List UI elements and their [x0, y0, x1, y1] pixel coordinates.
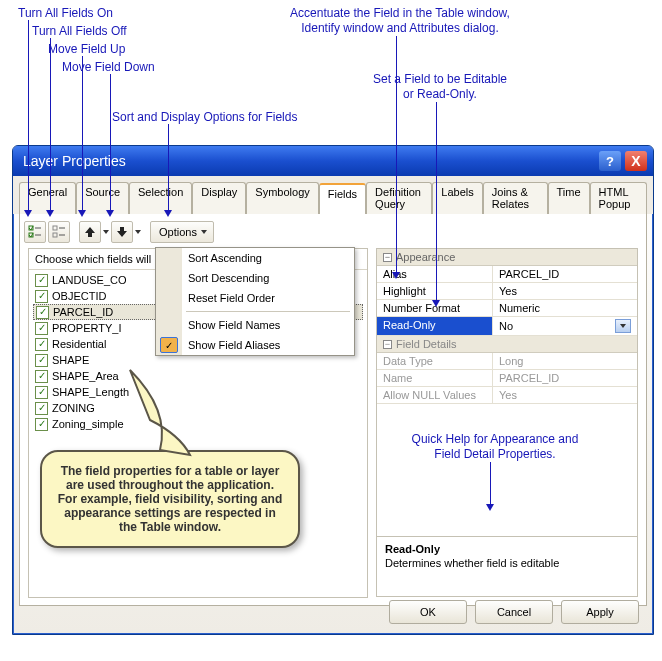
field-label: SHAPE_Length [52, 386, 129, 398]
field-properties-pane: −Appearance AliasPARCEL_ID HighlightYes … [376, 248, 638, 597]
tab-time[interactable]: Time [548, 182, 590, 214]
arrow-up-icon [84, 226, 96, 238]
move-down-split[interactable] [135, 230, 141, 234]
read-only-label: Read-Only [377, 317, 492, 335]
checkbox-icon[interactable]: ✓ [35, 322, 48, 335]
tab-selection[interactable]: Selection [129, 182, 192, 214]
checkbox-icon[interactable]: ✓ [35, 370, 48, 383]
tab-joins-relates[interactable]: Joins & Relates [483, 182, 548, 214]
options-menu: Sort Ascending Sort Descending Reset Fie… [155, 247, 355, 356]
appearance-group-header[interactable]: −Appearance [377, 249, 637, 266]
tab-general[interactable]: General [19, 182, 76, 214]
number-format-value[interactable]: Numeric [492, 300, 637, 316]
annotation-move-down: Move Field Down [62, 60, 155, 75]
move-up-button[interactable] [79, 221, 101, 243]
chevron-down-icon [201, 230, 207, 234]
options-label: Options [159, 226, 197, 238]
move-down-button[interactable] [111, 221, 133, 243]
move-up-split[interactable] [103, 230, 109, 234]
all-fields-off-button[interactable] [48, 221, 70, 243]
checkbox-icon[interactable]: ✓ [35, 402, 48, 415]
tab-definition-query[interactable]: Definition Query [366, 182, 432, 214]
field-label: PROPERTY_I [52, 322, 122, 334]
annotation-all-on: Turn All Fields On [18, 6, 113, 21]
field-label: SHAPE_Area [52, 370, 119, 382]
checkbox-icon[interactable]: ✓ [36, 306, 49, 319]
menu-show-field-names[interactable]: Show Field Names [156, 315, 354, 335]
allow-null-value: Yes [492, 387, 637, 403]
read-only-value[interactable]: No [492, 317, 637, 335]
titlebar: Layer Properties ? X [13, 146, 653, 176]
alias-value[interactable]: PARCEL_ID [492, 266, 637, 282]
help-button[interactable]: ? [599, 151, 621, 171]
annotation-set-editable: Set a Field to be Editable or Read-Only. [340, 72, 540, 102]
data-type-value: Long [492, 353, 637, 369]
help-body: Determines whether field is editable [385, 557, 629, 569]
options-button[interactable]: Options [150, 221, 214, 243]
checkbox-icon[interactable]: ✓ [35, 274, 48, 287]
number-format-label: Number Format [377, 300, 492, 316]
field-item[interactable]: ✓SHAPE_Area [33, 368, 363, 384]
quick-help-box: Read-Only Determines whether field is ed… [377, 536, 637, 596]
svg-rect-4 [53, 226, 57, 230]
menu-sort-ascending[interactable]: Sort Ascending [156, 248, 354, 268]
field-label: Residential [52, 338, 106, 350]
cancel-button[interactable]: Cancel [475, 600, 553, 624]
checkbox-icon[interactable]: ✓ [35, 386, 48, 399]
tab-row: General Source Selection Display Symbolo… [13, 176, 653, 214]
arrow-down-icon [116, 226, 128, 238]
tab-symbology[interactable]: Symbology [246, 182, 318, 214]
alias-label: Alias [377, 266, 492, 282]
field-label: OBJECTID [52, 290, 106, 302]
checkbox-icon[interactable]: ✓ [35, 354, 48, 367]
close-button[interactable]: X [625, 151, 647, 171]
allow-null-label: Allow NULL Values [377, 387, 492, 403]
dialog-title: Layer Properties [23, 153, 126, 169]
highlight-value[interactable]: Yes [492, 283, 637, 299]
dropdown-button[interactable] [615, 319, 631, 333]
field-label: Zoning_simple [52, 418, 124, 430]
checklist-off-icon [52, 225, 66, 239]
tab-labels[interactable]: Labels [432, 182, 482, 214]
field-label: LANDUSE_CO [52, 274, 127, 286]
annotation-move-up: Move Field Up [48, 42, 125, 57]
tab-source[interactable]: Source [76, 182, 129, 214]
dialog-buttons: OK Cancel Apply [389, 600, 639, 624]
field-label: PARCEL_ID [53, 306, 113, 318]
checkbox-icon[interactable]: ✓ [35, 338, 48, 351]
highlight-label: Highlight [377, 283, 492, 299]
menu-show-field-aliases[interactable]: ✓ Show Field Aliases [156, 335, 354, 355]
fields-toolbar: Options [24, 220, 214, 244]
apply-button[interactable]: Apply [561, 600, 639, 624]
checkbox-icon[interactable]: ✓ [35, 418, 48, 431]
tab-display[interactable]: Display [192, 182, 246, 214]
check-icon: ✓ [160, 337, 178, 353]
svg-rect-5 [53, 233, 57, 237]
tab-fields[interactable]: Fields [319, 183, 366, 215]
collapse-icon: − [383, 340, 392, 349]
field-label: SHAPE [52, 354, 89, 366]
ok-button[interactable]: OK [389, 600, 467, 624]
menu-sort-descending[interactable]: Sort Descending [156, 268, 354, 288]
all-fields-on-button[interactable] [24, 221, 46, 243]
help-title: Read-Only [385, 543, 629, 555]
checkbox-icon[interactable]: ✓ [35, 290, 48, 303]
layer-properties-dialog: Layer Properties ? X General Source Sele… [12, 145, 654, 635]
annotation-sort-opts: Sort and Display Options for Fields [112, 110, 297, 125]
name-label: Name [377, 370, 492, 386]
annotation-all-off: Turn All Fields Off [32, 24, 127, 39]
name-value: PARCEL_ID [492, 370, 637, 386]
collapse-icon: − [383, 253, 392, 262]
field-details-group-header[interactable]: −Field Details [377, 336, 637, 353]
checklist-on-icon [28, 225, 42, 239]
tab-html-popup[interactable]: HTML Popup [590, 182, 647, 214]
data-type-label: Data Type [377, 353, 492, 369]
field-label: ZONING [52, 402, 95, 414]
menu-reset-order[interactable]: Reset Field Order [156, 288, 354, 308]
field-item[interactable]: ✓SHAPE_Length [33, 384, 363, 400]
chevron-down-icon [620, 324, 626, 328]
menu-show-aliases-label: Show Field Aliases [188, 339, 280, 351]
annotation-accentuate: Accentuate the Field in the Table window… [270, 6, 530, 36]
